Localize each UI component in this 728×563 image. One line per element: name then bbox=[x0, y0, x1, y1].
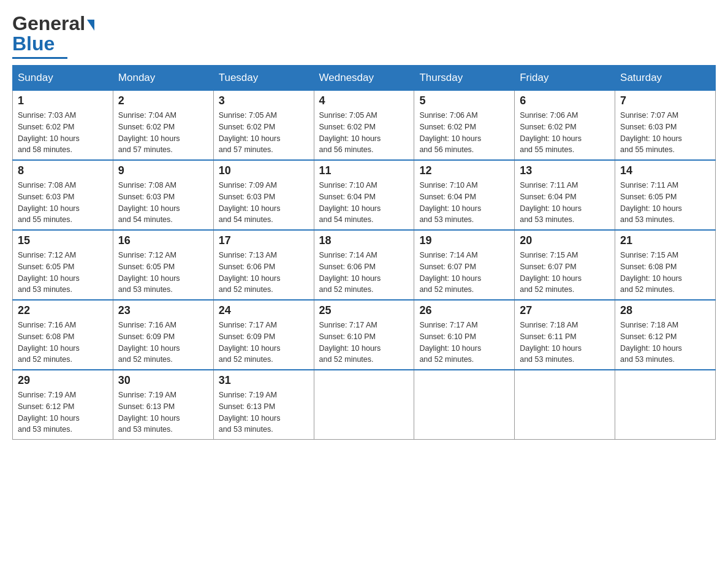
day-info: Sunrise: 7:12 AM Sunset: 6:05 PM Dayligh… bbox=[118, 250, 208, 296]
day-info: Sunrise: 7:19 AM Sunset: 6:12 PM Dayligh… bbox=[18, 389, 108, 435]
calendar-cell: 27 Sunrise: 7:18 AM Sunset: 6:11 PM Dayl… bbox=[515, 300, 615, 370]
day-info: Sunrise: 7:14 AM Sunset: 6:06 PM Dayligh… bbox=[319, 250, 409, 296]
day-number: 2 bbox=[118, 94, 208, 107]
day-info: Sunrise: 7:15 AM Sunset: 6:07 PM Dayligh… bbox=[520, 250, 610, 296]
day-number: 16 bbox=[118, 234, 208, 247]
day-number: 26 bbox=[419, 304, 509, 317]
day-of-week-header: Friday bbox=[515, 66, 615, 91]
calendar-cell: 15 Sunrise: 7:12 AM Sunset: 6:05 PM Dayl… bbox=[13, 230, 113, 300]
day-number: 8 bbox=[18, 164, 108, 177]
day-number: 14 bbox=[620, 164, 710, 177]
calendar-cell: 7 Sunrise: 7:07 AM Sunset: 6:03 PM Dayli… bbox=[615, 91, 716, 161]
day-number: 23 bbox=[118, 304, 208, 317]
day-number: 30 bbox=[118, 374, 208, 387]
day-number: 4 bbox=[319, 94, 409, 107]
day-info: Sunrise: 7:14 AM Sunset: 6:07 PM Dayligh… bbox=[419, 250, 509, 296]
day-number: 9 bbox=[118, 164, 208, 177]
calendar-cell: 25 Sunrise: 7:17 AM Sunset: 6:10 PM Dayl… bbox=[314, 300, 414, 370]
day-info: Sunrise: 7:08 AM Sunset: 6:03 PM Dayligh… bbox=[118, 180, 208, 226]
day-info: Sunrise: 7:10 AM Sunset: 6:04 PM Dayligh… bbox=[319, 180, 409, 226]
day-info: Sunrise: 7:17 AM Sunset: 6:10 PM Dayligh… bbox=[419, 320, 509, 366]
day-number: 31 bbox=[219, 374, 309, 387]
calendar-cell: 19 Sunrise: 7:14 AM Sunset: 6:07 PM Dayl… bbox=[414, 230, 515, 300]
calendar-cell: 11 Sunrise: 7:10 AM Sunset: 6:04 PM Dayl… bbox=[314, 160, 414, 230]
day-info: Sunrise: 7:08 AM Sunset: 6:03 PM Dayligh… bbox=[18, 180, 108, 226]
day-number: 29 bbox=[18, 374, 108, 387]
calendar-cell: 29 Sunrise: 7:19 AM Sunset: 6:12 PM Dayl… bbox=[13, 370, 113, 440]
day-info: Sunrise: 7:18 AM Sunset: 6:12 PM Dayligh… bbox=[620, 320, 710, 366]
day-number: 25 bbox=[319, 304, 409, 317]
day-info: Sunrise: 7:05 AM Sunset: 6:02 PM Dayligh… bbox=[319, 110, 409, 156]
day-number: 5 bbox=[419, 94, 509, 107]
calendar-cell: 16 Sunrise: 7:12 AM Sunset: 6:05 PM Dayl… bbox=[113, 230, 213, 300]
calendar-cell: 18 Sunrise: 7:14 AM Sunset: 6:06 PM Dayl… bbox=[314, 230, 414, 300]
calendar-cell: 24 Sunrise: 7:17 AM Sunset: 6:09 PM Dayl… bbox=[213, 300, 314, 370]
calendar-cell: 22 Sunrise: 7:16 AM Sunset: 6:08 PM Dayl… bbox=[13, 300, 113, 370]
calendar-cell: 3 Sunrise: 7:05 AM Sunset: 6:02 PM Dayli… bbox=[213, 91, 314, 161]
calendar-cell bbox=[615, 370, 716, 440]
calendar-cell bbox=[515, 370, 615, 440]
calendar-week-row: 29 Sunrise: 7:19 AM Sunset: 6:12 PM Dayl… bbox=[13, 370, 716, 440]
calendar-cell: 2 Sunrise: 7:04 AM Sunset: 6:02 PM Dayli… bbox=[113, 91, 213, 161]
day-of-week-header: Tuesday bbox=[213, 66, 314, 91]
day-of-week-header: Thursday bbox=[414, 66, 515, 91]
day-number: 13 bbox=[520, 164, 610, 177]
day-info: Sunrise: 7:06 AM Sunset: 6:02 PM Dayligh… bbox=[520, 110, 610, 156]
calendar-cell: 13 Sunrise: 7:11 AM Sunset: 6:04 PM Dayl… bbox=[515, 160, 615, 230]
day-number: 6 bbox=[520, 94, 610, 107]
calendar-cell bbox=[314, 370, 414, 440]
calendar-week-row: 1 Sunrise: 7:03 AM Sunset: 6:02 PM Dayli… bbox=[13, 91, 716, 161]
day-number: 20 bbox=[520, 234, 610, 247]
calendar-cell: 6 Sunrise: 7:06 AM Sunset: 6:02 PM Dayli… bbox=[515, 91, 615, 161]
page-header: General Blue bbox=[12, 12, 716, 59]
calendar-cell: 5 Sunrise: 7:06 AM Sunset: 6:02 PM Dayli… bbox=[414, 91, 515, 161]
logo: General Blue bbox=[12, 12, 94, 59]
calendar-week-row: 22 Sunrise: 7:16 AM Sunset: 6:08 PM Dayl… bbox=[13, 300, 716, 370]
calendar-cell: 14 Sunrise: 7:11 AM Sunset: 6:05 PM Dayl… bbox=[615, 160, 716, 230]
calendar-cell: 8 Sunrise: 7:08 AM Sunset: 6:03 PM Dayli… bbox=[13, 160, 113, 230]
day-info: Sunrise: 7:16 AM Sunset: 6:09 PM Dayligh… bbox=[118, 320, 208, 366]
day-number: 17 bbox=[219, 234, 309, 247]
day-info: Sunrise: 7:17 AM Sunset: 6:09 PM Dayligh… bbox=[219, 320, 309, 366]
calendar-cell: 31 Sunrise: 7:19 AM Sunset: 6:13 PM Dayl… bbox=[213, 370, 314, 440]
day-number: 7 bbox=[620, 94, 710, 107]
calendar-cell: 30 Sunrise: 7:19 AM Sunset: 6:13 PM Dayl… bbox=[113, 370, 213, 440]
day-info: Sunrise: 7:16 AM Sunset: 6:08 PM Dayligh… bbox=[18, 320, 108, 366]
calendar-cell: 12 Sunrise: 7:10 AM Sunset: 6:04 PM Dayl… bbox=[414, 160, 515, 230]
day-info: Sunrise: 7:10 AM Sunset: 6:04 PM Dayligh… bbox=[419, 180, 509, 226]
day-of-week-header: Monday bbox=[113, 66, 213, 91]
day-of-week-header: Saturday bbox=[615, 66, 716, 91]
day-number: 19 bbox=[419, 234, 509, 247]
logo-arrow-icon bbox=[87, 20, 94, 31]
calendar-cell: 10 Sunrise: 7:09 AM Sunset: 6:03 PM Dayl… bbox=[213, 160, 314, 230]
calendar-cell: 9 Sunrise: 7:08 AM Sunset: 6:03 PM Dayli… bbox=[113, 160, 213, 230]
calendar-header-row: SundayMondayTuesdayWednesdayThursdayFrid… bbox=[13, 66, 716, 91]
calendar-cell: 1 Sunrise: 7:03 AM Sunset: 6:02 PM Dayli… bbox=[13, 91, 113, 161]
calendar-cell: 23 Sunrise: 7:16 AM Sunset: 6:09 PM Dayl… bbox=[113, 300, 213, 370]
day-number: 12 bbox=[419, 164, 509, 177]
calendar-cell: 26 Sunrise: 7:17 AM Sunset: 6:10 PM Dayl… bbox=[414, 300, 515, 370]
day-info: Sunrise: 7:13 AM Sunset: 6:06 PM Dayligh… bbox=[219, 250, 309, 296]
day-number: 11 bbox=[319, 164, 409, 177]
calendar-cell: 20 Sunrise: 7:15 AM Sunset: 6:07 PM Dayl… bbox=[515, 230, 615, 300]
day-info: Sunrise: 7:05 AM Sunset: 6:02 PM Dayligh… bbox=[219, 110, 309, 156]
calendar-cell: 4 Sunrise: 7:05 AM Sunset: 6:02 PM Dayli… bbox=[314, 91, 414, 161]
calendar-cell: 21 Sunrise: 7:15 AM Sunset: 6:08 PM Dayl… bbox=[615, 230, 716, 300]
logo-underline bbox=[12, 57, 67, 59]
day-info: Sunrise: 7:12 AM Sunset: 6:05 PM Dayligh… bbox=[18, 250, 108, 296]
day-number: 15 bbox=[18, 234, 108, 247]
calendar-week-row: 15 Sunrise: 7:12 AM Sunset: 6:05 PM Dayl… bbox=[13, 230, 716, 300]
day-info: Sunrise: 7:19 AM Sunset: 6:13 PM Dayligh… bbox=[219, 389, 309, 435]
day-number: 28 bbox=[620, 304, 710, 317]
day-info: Sunrise: 7:03 AM Sunset: 6:02 PM Dayligh… bbox=[18, 110, 108, 156]
day-info: Sunrise: 7:09 AM Sunset: 6:03 PM Dayligh… bbox=[219, 180, 309, 226]
logo-blue: Blue bbox=[12, 33, 55, 55]
day-info: Sunrise: 7:11 AM Sunset: 6:05 PM Dayligh… bbox=[620, 180, 710, 226]
day-info: Sunrise: 7:19 AM Sunset: 6:13 PM Dayligh… bbox=[118, 389, 208, 435]
calendar-cell: 17 Sunrise: 7:13 AM Sunset: 6:06 PM Dayl… bbox=[213, 230, 314, 300]
day-number: 24 bbox=[219, 304, 309, 317]
day-info: Sunrise: 7:17 AM Sunset: 6:10 PM Dayligh… bbox=[319, 320, 409, 366]
day-number: 10 bbox=[219, 164, 309, 177]
day-number: 27 bbox=[520, 304, 610, 317]
day-number: 18 bbox=[319, 234, 409, 247]
